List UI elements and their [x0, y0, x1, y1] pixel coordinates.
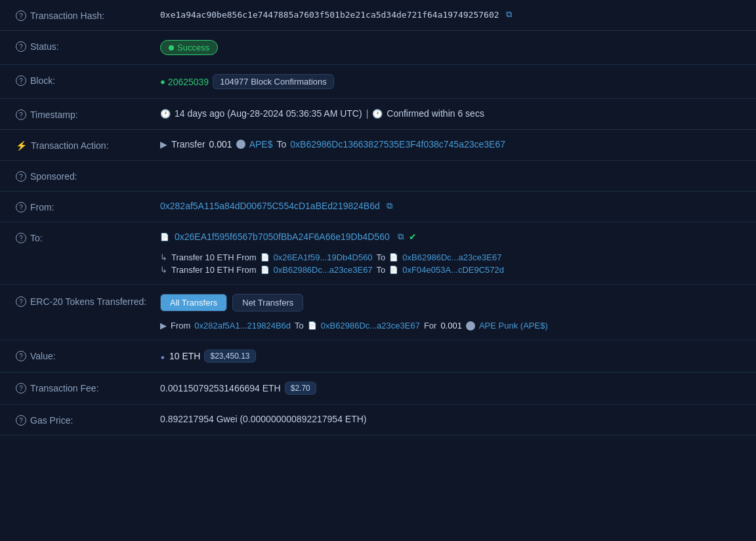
question-icon-erc20: ?: [16, 296, 26, 307]
erc20-tabs: All Transfers Net Transfers: [160, 294, 303, 311]
transaction-fee-value: 0.001150792531466694 ETH $2.70: [160, 382, 740, 395]
sponsored-row: ? Sponsored:: [0, 161, 756, 191]
to-verified-icon: ✔: [409, 231, 417, 242]
doc-icon-sub2-from: 📄: [261, 266, 270, 274]
value-row: ? Value: ⬥ 10 ETH $23,450.13: [0, 340, 756, 372]
ape-token-icon-erc20: [466, 321, 475, 331]
transaction-action-row: ⚡ Transaction Action: ▶ Transfer 0.001 A…: [0, 130, 756, 161]
to-value: 📄 0x26EA1f595f6567b7050fBbA24F6A66e19Db4…: [160, 231, 740, 275]
eth-icon: ⬥: [160, 351, 165, 361]
value-eth: 10 ETH: [169, 351, 200, 361]
value-label: ? Value:: [16, 350, 160, 361]
triangle-icon-erc20: ▶: [160, 321, 167, 331]
status-dot: [169, 45, 174, 50]
from-value: 0x282af5A115a84dD00675C554cD1aBEd219824B…: [160, 201, 740, 211]
question-icon-value: ?: [16, 351, 26, 361]
lightning-icon: ⚡: [16, 140, 27, 151]
sub-transfers-list: ↳ Transfer 10 ETH From 📄 0x26EA1f59...19…: [160, 250, 740, 275]
to-address-row: 📄 0x26EA1f595f6567b7050fBbA24F6A66e19Db4…: [160, 231, 417, 242]
question-icon-block: ?: [16, 75, 26, 86]
copy-hash-icon[interactable]: ⧉: [506, 9, 512, 20]
block-green-dot: ●: [160, 77, 165, 87]
corner-arrow-2: ↳: [160, 265, 167, 275]
sub2-to-address[interactable]: 0xF04e053A...cDE9C572d: [402, 265, 504, 275]
block-confirmations-badge: 104977 Block Confirmations: [213, 74, 334, 89]
erc20-from-link[interactable]: 0x282af5A1...219824B6d: [194, 321, 291, 331]
block-label: ? Block:: [16, 74, 160, 86]
transaction-detail-page: ? Transaction Hash: 0xe1a94ac90be856c1e7…: [0, 0, 756, 541]
sub1-to-address[interactable]: 0xB62986Dc...a23ce3E67: [402, 252, 501, 262]
status-value: Success: [160, 40, 740, 55]
erc20-transfer-detail: ▶ From 0x282af5A1...219824B6d To 📄 0xB62…: [160, 321, 548, 331]
to-row: ? To: 📄 0x26EA1f595f6567b7050fBbA24F6A66…: [0, 222, 756, 285]
transaction-fee-label: ? Transaction Fee:: [16, 382, 160, 393]
transaction-hash-row: ? Transaction Hash: 0xe1a94ac90be856c1e7…: [0, 0, 756, 31]
action-to-address-link[interactable]: 0xB62986Dc13663827535E3F4f038c745a23ce3E…: [290, 139, 505, 150]
question-icon-sponsored: ?: [16, 171, 26, 182]
block-row: ? Block: ● 20625039 104977 Block Confirm…: [0, 65, 756, 99]
question-icon: ?: [16, 10, 26, 21]
doc-icon-sub2-to: 📄: [389, 266, 398, 274]
question-icon-gas: ?: [16, 415, 26, 426]
triangle-icon: ▶: [160, 139, 167, 150]
gas-price-row: ? Gas Price: 0.892217954 Gwei (0.0000000…: [0, 405, 756, 435]
to-address-link[interactable]: 0x26EA1f595f6567b7050fBbA24F6A66e19Db4D5…: [175, 231, 390, 242]
doc-icon-sub1-from: 📄: [261, 253, 270, 262]
question-icon-from: ?: [16, 202, 26, 212]
question-icon-to: ?: [16, 233, 26, 243]
action-amount: 0.001: [209, 139, 232, 150]
gas-price-value: 0.892217954 Gwei (0.000000000892217954 E…: [160, 414, 740, 424]
from-row: ? From: 0x282af5A115a84dD00675C554cD1aBE…: [0, 191, 756, 222]
erc20-to-link[interactable]: 0xB62986Dc...a23ce3E67: [321, 321, 420, 331]
from-label: ? From:: [16, 201, 160, 212]
erc20-token-link[interactable]: APE Punk (APE$): [479, 321, 548, 331]
gas-price-label: ? Gas Price:: [16, 414, 160, 426]
sub-transfer-1: ↳ Transfer 10 ETH From 📄 0x26EA1f59...19…: [160, 252, 740, 262]
doc-icon-erc20-to: 📄: [308, 321, 317, 330]
erc20-amount: 0.001: [440, 321, 462, 331]
clock-icon: 🕐: [160, 109, 171, 119]
corner-arrow-1: ↳: [160, 252, 167, 262]
to-label: ? To:: [16, 231, 160, 243]
status-label: ? Status:: [16, 40, 160, 52]
timestamp-value: 🕐 14 days ago (Aug-28-2024 05:36:35 AM U…: [160, 108, 740, 119]
sub2-from-address[interactable]: 0xB62986Dc...a23ce3E67: [274, 265, 373, 275]
block-number-group: ● 20625039: [160, 77, 209, 87]
erc20-row: ? ERC-20 Tokens Transferred: All Transfe…: [0, 285, 756, 340]
all-transfers-tab[interactable]: All Transfers: [160, 294, 227, 311]
value-content: ⬥ 10 ETH $23,450.13: [160, 350, 740, 363]
ape-token-link[interactable]: APE$: [249, 139, 273, 150]
block-number-link[interactable]: 20625039: [168, 77, 209, 87]
copy-from-address-icon[interactable]: ⧉: [387, 201, 392, 211]
timestamp-label: ? Timestamp:: [16, 108, 160, 120]
value-usd-badge: $23,450.13: [204, 350, 255, 363]
transaction-hash-label: ? Transaction Hash:: [16, 9, 160, 21]
net-transfers-tab[interactable]: Net Transfers: [232, 294, 303, 311]
hash-text: 0xe1a94ac90be856c1e7447885a7603f501b2e21…: [160, 10, 499, 20]
question-icon-fee: ?: [16, 383, 26, 393]
ape-token-icon: [236, 140, 245, 149]
timestamp-separator: |: [366, 108, 369, 119]
transaction-fee-row: ? Transaction Fee: 0.001150792531466694 …: [0, 372, 756, 405]
block-value: ● 20625039 104977 Block Confirmations: [160, 74, 740, 89]
timestamp-row: ? Timestamp: 🕐 14 days ago (Aug-28-2024 …: [0, 99, 756, 130]
sponsored-label: ? Sponsored:: [16, 170, 160, 182]
transaction-hash-value: 0xe1a94ac90be856c1e7447885a7603f501b2e21…: [160, 9, 740, 20]
from-address-link[interactable]: 0x282af5A115a84dD00675C554cD1aBEd219824B…: [160, 201, 380, 211]
status-row: ? Status: Success: [0, 31, 756, 65]
sub1-from-address[interactable]: 0x26EA1f59...19Db4D560: [274, 252, 373, 262]
transaction-action-label: ⚡ Transaction Action:: [16, 139, 160, 151]
clock-icon-2: 🕐: [372, 109, 383, 119]
status-badge: Success: [160, 40, 218, 55]
doc-icon-sub1-to: 📄: [389, 253, 398, 262]
transaction-action-value: ▶ Transfer 0.001 APE$ To 0xB62986Dc13663…: [160, 139, 740, 150]
question-icon-timestamp: ?: [16, 110, 26, 120]
sub-transfer-2: ↳ Transfer 10 ETH From 📄 0xB62986Dc...a2…: [160, 265, 740, 275]
copy-to-address-icon[interactable]: ⧉: [398, 231, 404, 242]
question-icon-status: ?: [16, 41, 26, 52]
fee-usd-badge: $2.70: [285, 382, 316, 395]
doc-icon-to: 📄: [160, 233, 169, 241]
erc20-label: ? ERC-20 Tokens Transferred:: [16, 294, 160, 307]
erc20-value: All Transfers Net Transfers ▶ From 0x282…: [160, 294, 740, 331]
